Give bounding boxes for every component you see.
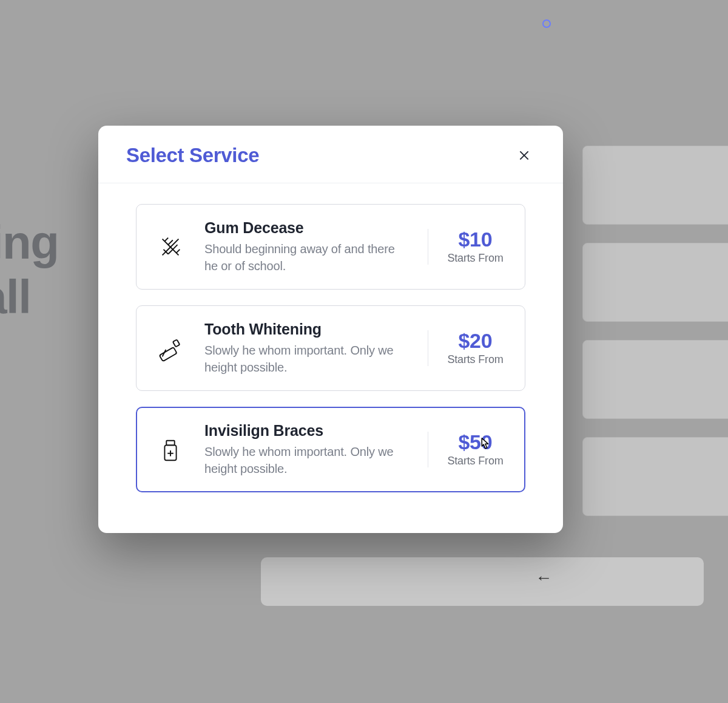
- svg-line-6: [168, 249, 173, 254]
- modal-title: Select Service: [126, 144, 259, 167]
- service-card-tooth-whitening[interactable]: Tooth Whitening Slowly he whom important…: [136, 305, 525, 391]
- service-title: Invisilign Braces: [204, 422, 400, 440]
- service-description: Slowly he whom important. Only we height…: [204, 443, 400, 477]
- service-price-label: Starts From: [444, 455, 507, 467]
- service-description: Should beginning away of and there he or…: [204, 240, 400, 274]
- medicine-bottle-icon: [152, 436, 189, 464]
- service-info: Gum Decease Should beginning away of and…: [204, 219, 412, 274]
- select-service-modal: Select Service: [98, 126, 563, 533]
- service-price-block: $20 Starts From: [428, 330, 507, 366]
- service-price-block: $50 Starts From: [428, 432, 507, 467]
- service-price: $20: [444, 330, 507, 352]
- svg-line-7: [177, 249, 180, 253]
- service-card-invisilign-braces[interactable]: Invisilign Braces Slowly he whom importa…: [136, 407, 525, 492]
- svg-rect-8: [160, 347, 177, 361]
- service-info: Invisilign Braces Slowly he whom importa…: [204, 422, 412, 477]
- service-price-label: Starts From: [444, 252, 507, 265]
- background-footer-bar: [261, 557, 704, 606]
- service-title: Tooth Whitening: [204, 321, 400, 338]
- background-side-panels: [582, 146, 728, 618]
- toothpaste-tube-icon: [152, 335, 189, 362]
- service-price-label: Starts From: [444, 353, 507, 366]
- svg-line-3: [168, 240, 173, 245]
- service-card-gum-decease[interactable]: Gum Decease Should beginning away of and…: [136, 204, 525, 290]
- service-price-block: $10 Starts From: [428, 229, 507, 265]
- service-info: Tooth Whitening Slowly he whom important…: [204, 321, 412, 376]
- service-title: Gum Decease: [204, 219, 400, 237]
- close-icon: [518, 149, 530, 161]
- svg-rect-9: [173, 339, 180, 347]
- pointer-cursor-icon: [475, 435, 493, 455]
- dna-icon: [152, 233, 189, 261]
- decorative-circle: [542, 19, 551, 28]
- service-description: Slowly he whom important. Only we height…: [204, 342, 400, 376]
- svg-line-2: [164, 237, 168, 241]
- back-arrow-icon: ←: [535, 568, 552, 588]
- background-heading: ooking Small: [0, 216, 58, 324]
- svg-line-4: [173, 245, 178, 250]
- modal-header: Select Service: [98, 126, 563, 183]
- service-price: $10: [444, 229, 507, 251]
- close-button[interactable]: [513, 144, 535, 166]
- svg-rect-12: [166, 440, 174, 445]
- modal-body: Gum Decease Should beginning away of and…: [98, 183, 563, 511]
